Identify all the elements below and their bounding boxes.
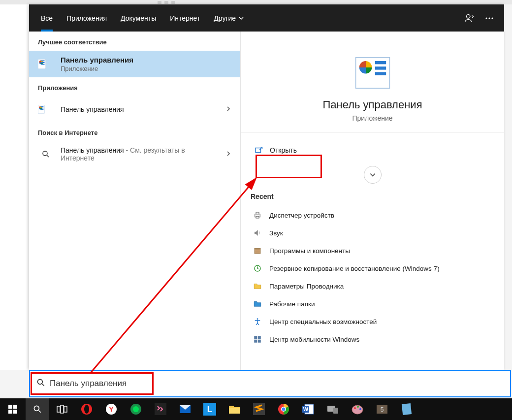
recent-item[interactable]: Центр мобильности Windows [251, 330, 494, 348]
svg-rect-53 [402, 403, 412, 415]
printer-icon [253, 210, 262, 220]
speaker-icon [253, 228, 262, 238]
taskbar-app-l[interactable]: L [198, 398, 222, 420]
taskbar-app-opera[interactable] [75, 398, 98, 420]
result-best-match[interactable]: Панель управления Приложение [29, 51, 240, 77]
feedback-icon[interactable] [460, 4, 480, 32]
svg-rect-36 [229, 408, 240, 414]
result-subtitle: Приложение [61, 65, 231, 72]
result-web-item[interactable]: Панель управления - См. результаты в Инт… [29, 141, 240, 167]
svg-point-48 [354, 407, 356, 409]
taskbar: Y L W 5 [0, 398, 512, 420]
svg-rect-32 [155, 403, 166, 415]
svg-rect-20 [8, 410, 12, 414]
taskbar-app-device[interactable] [321, 398, 345, 420]
folder-options-icon [253, 281, 262, 291]
search-icon [36, 378, 46, 389]
svg-rect-15 [258, 340, 261, 343]
svg-rect-24 [61, 405, 64, 413]
svg-point-22 [34, 406, 39, 411]
backup-icon [253, 263, 262, 273]
preview-pane: Панель управления Приложение Открыть Rec… [241, 32, 504, 370]
recent-item[interactable]: Параметры Проводника [251, 277, 494, 295]
recent-item[interactable]: Резервное копирование и восстановление (… [251, 259, 494, 277]
recent-item[interactable]: Рабочие папки [251, 295, 494, 313]
more-options-icon[interactable] [480, 4, 499, 32]
svg-point-0 [467, 14, 470, 18]
search-tabs: Все Приложения Документы Интернет Другие [29, 4, 504, 32]
control-panel-icon [38, 56, 54, 72]
taskbar-app-yandex[interactable]: Y [99, 398, 123, 420]
control-panel-icon [38, 101, 54, 117]
svg-rect-23 [57, 406, 60, 412]
results-list: Лучшее соответствие Панель управления Пр… [29, 32, 241, 370]
taskbar-app-editor[interactable] [149, 398, 172, 420]
chevron-right-icon [225, 105, 231, 114]
search-input[interactable] [50, 379, 504, 388]
open-button[interactable]: Открыть [251, 139, 494, 161]
open-icon [254, 146, 263, 155]
tab-more[interactable]: Другие [207, 4, 251, 32]
taskbar-app-sublime[interactable] [247, 398, 271, 420]
taskbar-app-chrome[interactable] [272, 398, 295, 420]
taskbar-search-button[interactable] [26, 398, 49, 420]
chevron-right-icon [225, 150, 231, 159]
chevron-down-icon [369, 171, 376, 178]
svg-text:5: 5 [381, 406, 384, 413]
svg-text:W: W [303, 406, 309, 412]
svg-rect-12 [254, 336, 257, 339]
search-results-panel: Все Приложения Документы Интернет Другие… [29, 4, 504, 370]
task-view-button[interactable] [50, 398, 74, 420]
start-button[interactable] [1, 398, 25, 420]
tab-docs[interactable]: Документы [114, 4, 163, 32]
search-icon [38, 146, 54, 162]
recent-item[interactable]: Центр специальных возможностей [251, 313, 494, 330]
divider [241, 132, 504, 132]
svg-point-11 [257, 318, 258, 320]
svg-text:L: L [207, 405, 212, 414]
preview-title: Панель управления [251, 98, 494, 111]
recent-item[interactable]: Диспетчер устройств [251, 206, 494, 224]
expand-button[interactable] [364, 166, 382, 184]
svg-rect-8 [256, 216, 259, 218]
taskbar-app-mail[interactable] [173, 398, 197, 420]
tab-apps[interactable]: Приложения [60, 4, 114, 32]
taskbar-app-paint[interactable] [346, 398, 369, 420]
open-label: Открыть [270, 146, 297, 154]
svg-text:Y: Y [109, 405, 114, 413]
preview-app-icon [251, 56, 494, 90]
tab-web[interactable]: Интернет [163, 4, 207, 32]
taskbar-app-word[interactable]: W [296, 398, 320, 420]
result-title: Панель управления [61, 105, 219, 113]
svg-point-4 [43, 151, 47, 156]
taskbar-app-explorer[interactable] [223, 398, 246, 420]
svg-rect-21 [13, 410, 17, 414]
preview-subtitle: Приложение [251, 114, 494, 122]
svg-point-3 [491, 17, 493, 19]
svg-rect-18 [8, 405, 12, 409]
result-title: Панель управления - См. результаты в Инт… [61, 146, 219, 162]
result-app-item[interactable]: Панель управления [29, 97, 240, 122]
svg-point-31 [133, 406, 139, 412]
taskbar-app-browser[interactable] [124, 398, 148, 420]
mobility-icon [253, 334, 262, 344]
svg-point-27 [84, 405, 89, 414]
taskbar-app-notes[interactable] [395, 398, 418, 420]
tab-all[interactable]: Все [34, 4, 60, 32]
section-best-match: Лучшее соответствие [29, 32, 240, 51]
work-folders-icon [253, 299, 262, 309]
recent-item[interactable]: Звук [251, 224, 494, 242]
svg-rect-13 [258, 336, 261, 339]
taskbar-search-box[interactable] [29, 370, 511, 397]
svg-point-1 [485, 17, 487, 19]
section-web: Поиск в Интернете [29, 122, 240, 141]
svg-point-41 [282, 408, 286, 411]
svg-point-17 [37, 379, 42, 384]
svg-rect-5 [256, 148, 261, 153]
svg-rect-46 [333, 408, 338, 414]
svg-point-2 [488, 17, 490, 19]
package-icon [253, 246, 262, 256]
recent-item[interactable]: Программы и компоненты [251, 242, 494, 259]
chevron-down-icon [239, 16, 244, 21]
taskbar-app-generic[interactable]: 5 [370, 398, 394, 420]
